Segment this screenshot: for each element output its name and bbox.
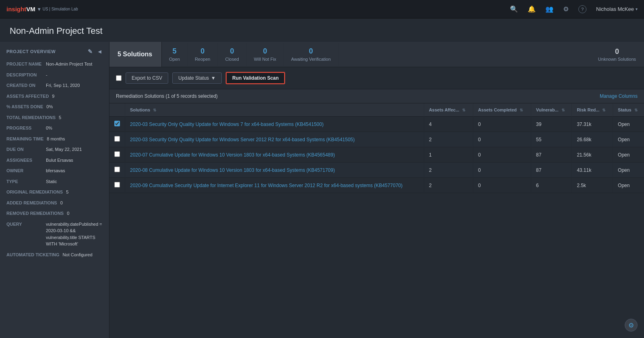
brand-chevron[interactable]: ▾ <box>38 6 40 12</box>
sidebar-field-label: TYPE <box>6 178 43 185</box>
sidebar-field-row: DESCRIPTION - <box>0 70 109 80</box>
edit-icon[interactable]: ✎ <box>88 48 93 55</box>
th-solutions[interactable]: Solutions ⇅ <box>125 103 424 117</box>
row-checkbox-0[interactable] <box>114 121 120 126</box>
row-risk_reduction-4: 2.5k <box>572 178 613 193</box>
sidebar-field-row: ORIGINAL REMEDIATIONS 5 <box>0 187 109 198</box>
row-vulnerabilities-1: 55 <box>531 132 572 147</box>
sidebar-field-label: OWNER <box>6 167 43 174</box>
sidebar-field-row: ASSIGNEES Bulut Ersavas <box>0 155 109 166</box>
row-vulnerabilities-2: 87 <box>531 147 572 163</box>
sidebar-field-value: 5 <box>59 114 103 121</box>
manage-columns-button[interactable]: Manage Columns <box>600 93 638 99</box>
collapse-icon[interactable]: ◄ <box>97 48 103 55</box>
tab-awaiting-verification[interactable]: 0 Awaiting Verification <box>284 43 338 66</box>
sidebar-field-label: PROJECT NAME <box>6 61 43 68</box>
table-header: Solutions ⇅Assets Affec... ⇅Assets Compl… <box>109 103 644 117</box>
sidebar-field-row: CREATED ON Fri, Sep 11, 2020 <box>0 80 109 91</box>
bell-icon[interactable]: 🔔 <box>528 5 536 13</box>
row-status-0: Open <box>613 117 644 132</box>
sidebar-field-value: 8 months <box>47 136 103 142</box>
sidebar-field-value: 5 <box>66 189 103 196</box>
sidebar-field-label: ASSETS AFFECTED <box>6 93 49 100</box>
table-row: 2020-08 Cumulative Update for Windows 10… <box>109 163 644 178</box>
tab-solutions-main[interactable]: 5 Solutions <box>109 42 162 67</box>
select-all-checkbox[interactable] <box>116 75 122 81</box>
sidebar-fields: PROJECT NAME Non-Admin Project Test DESC… <box>0 59 109 260</box>
sort-icon-solutions: ⇅ <box>153 108 156 112</box>
sidebar-field-row: ADDED REMEDIATIONS 0 <box>0 198 109 208</box>
row-checkbox-cell-1 <box>109 132 125 147</box>
row-checkbox-2[interactable] <box>114 151 120 157</box>
update-status-chevron: ▼ <box>211 75 216 81</box>
row-checkbox-4[interactable] <box>114 182 120 188</box>
row-solution-4: 2020-09 Cumulative Security Update for I… <box>125 178 424 193</box>
row-solution-0: 2020-03 Security Only Quality Update for… <box>125 117 424 132</box>
user-chevron: ▾ <box>636 7 638 11</box>
th-vulnerabilities[interactable]: Vulnerab... ⇅ <box>531 103 572 117</box>
sidebar-field-row: REMAINING TIME 8 months <box>0 134 109 144</box>
sidebar-header-actions: ✎ ◄ <box>88 48 103 55</box>
row-assets_affected-2: 1 <box>424 147 473 163</box>
row-checkbox-3[interactable] <box>114 167 120 172</box>
user-menu[interactable]: Nicholas McKee ▾ <box>596 6 638 12</box>
tab-closed[interactable]: 0 Closed <box>218 43 246 66</box>
toolbar: Export to CSV Update Status ▼ Run Valida… <box>109 67 644 89</box>
table-row: 2020-07 Cumulative Update for Windows 10… <box>109 147 644 163</box>
th-assets_completed[interactable]: Assets Completed ⇅ <box>473 103 531 117</box>
sidebar-field-row: TYPE Static <box>0 176 109 187</box>
table-body: 2020-03 Security Only Quality Update for… <box>109 117 644 193</box>
sidebar-field-value: Static <box>46 178 103 185</box>
row-risk_reduction-2: 21.56k <box>572 147 613 163</box>
tab-open[interactable]: 5 Open <box>162 43 188 66</box>
sidebar: PROJECT OVERVIEW ✎ ◄ PROJECT NAME Non-Ad… <box>0 42 109 338</box>
solutions-tabs: 5 Solutions 5 Open 0 Reopen 0 Closed 0 W… <box>109 42 644 67</box>
sidebar-field-value: 0 <box>67 210 103 217</box>
sidebar-field-label: PROGRESS <box>6 125 43 132</box>
search-icon[interactable]: 🔍 <box>510 5 518 13</box>
page-wrapper: Non-Admin Project Test PROJECT OVERVIEW … <box>0 19 644 338</box>
sidebar-field-label: DUE ON <box>6 146 43 153</box>
table-row: 2020-03 Security Only Quality Update for… <box>109 132 644 147</box>
sidebar-field-label: TOTAL REMEDIATIONS <box>6 114 56 121</box>
tab-will-not-fix[interactable]: 0 Will Not Fix <box>247 43 284 66</box>
sidebar-field-value: 0% <box>46 125 103 132</box>
th-risk_reduction[interactable]: Risk Red... ⇅ <box>572 103 613 117</box>
page-title: Non-Admin Project Test <box>0 19 644 42</box>
sidebar-field-label: % ASSETS DONE <box>6 103 43 110</box>
sidebar-field-row: AUTOMATED TICKETING Not Configured <box>0 249 109 260</box>
th-status[interactable]: Status ⇅ <box>613 103 644 117</box>
row-checkbox-1[interactable] <box>114 136 120 142</box>
sidebar-field-label: ADDED REMEDIATIONS <box>6 200 57 206</box>
sidebar-field-row: DUE ON Sat, May 22, 2021 <box>0 144 109 155</box>
user-name: Nicholas McKee <box>596 6 634 12</box>
gear-icon[interactable]: ⚙ <box>563 5 569 13</box>
sidebar-field-row: ASSETS AFFECTED 9 <box>0 91 109 102</box>
sidebar-header-label: PROJECT OVERVIEW <box>6 49 56 54</box>
sidebar-field-value: - <box>46 72 103 78</box>
row-risk_reduction-0: 37.31k <box>572 117 613 132</box>
row-assets_completed-0: 0 <box>473 117 531 132</box>
tab-unknown-label: Unknown Solutions <box>598 57 636 62</box>
run-validation-scan-button[interactable]: Run Validation Scan <box>226 72 285 84</box>
tab-unknown[interactable]: 0 Unknown Solutions <box>590 43 644 66</box>
sort-icon-assets_affected: ⇅ <box>462 108 465 112</box>
update-status-button[interactable]: Update Status ▼ <box>172 72 222 84</box>
tab-reopen[interactable]: 0 Reopen <box>188 43 218 66</box>
users-icon[interactable]: 👥 <box>545 5 553 13</box>
row-solution-1: 2020-03 Security Only Quality Update for… <box>125 132 424 147</box>
th-assets_affected[interactable]: Assets Affec... ⇅ <box>424 103 473 117</box>
brand-area: insightVM ▾ US | Simulation Lab <box>6 6 510 12</box>
sidebar-field-value: vulnerability.datePublished = 2020-03-10… <box>46 221 103 247</box>
export-csv-button[interactable]: Export to CSV <box>126 72 168 84</box>
settings-fab-button[interactable]: ⚙ <box>625 319 638 332</box>
sort-icon-risk_reduction: ⇅ <box>602 108 605 112</box>
row-assets_affected-4: 2 <box>424 178 473 193</box>
row-vulnerabilities-4: 6 <box>531 178 572 193</box>
help-icon[interactable]: ? <box>578 5 586 13</box>
tab-label-2: Closed <box>225 57 239 62</box>
row-assets_affected-3: 2 <box>424 163 473 178</box>
tab-unknown-count: 0 <box>615 47 619 56</box>
update-status-label: Update Status <box>178 75 209 81</box>
sidebar-field-value: 0 <box>60 200 103 206</box>
